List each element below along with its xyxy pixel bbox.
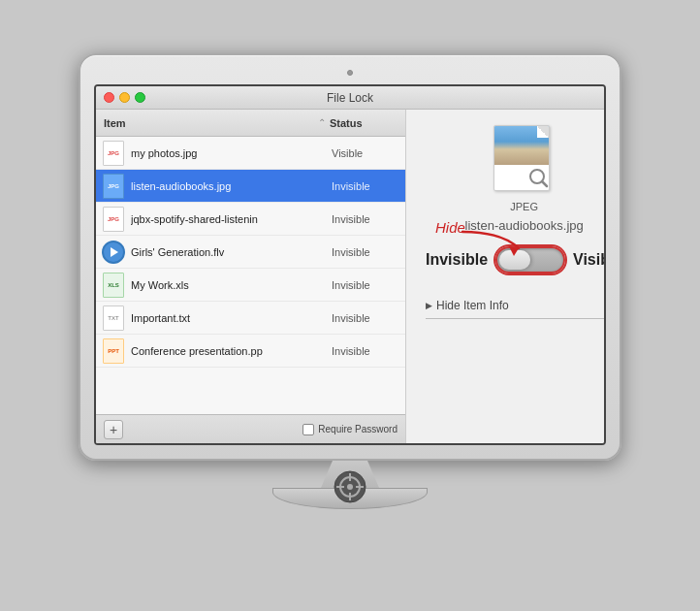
file-type-icon — [102, 239, 125, 266]
table-row[interactable]: JPG jqbx-spotify-shared-listenin Invisib… — [96, 203, 405, 236]
file-status: Invisible — [332, 279, 399, 291]
file-name: jqbx-spotify-shared-listenin — [131, 213, 332, 225]
brand-logo-icon — [333, 469, 367, 504]
file-list: JPG my photos.jpg Visible JPG — [96, 137, 405, 414]
txt-icon: TXT — [103, 306, 124, 331]
visible-label: Visible — [573, 251, 604, 269]
table-row[interactable]: JPG my photos.jpg Visible — [96, 137, 405, 170]
file-type-icon: JPG — [102, 206, 125, 233]
image-preview-area — [494, 126, 549, 165]
add-file-button[interactable]: + — [104, 420, 123, 439]
monitor-body: File Lock Item ⌃ Status — [79, 53, 621, 461]
xls-icon: XLS — [103, 273, 124, 298]
left-panel: Item ⌃ Status JPG my photos.jpg — [96, 110, 406, 443]
require-password-control[interactable]: Require Password — [302, 424, 398, 435]
title-bar: File Lock — [96, 86, 604, 110]
monitor-logo — [333, 469, 367, 504]
file-preview: JPEG — [493, 125, 556, 212]
file-type-icon: PPT — [102, 338, 125, 365]
svg-line-1 — [542, 181, 547, 186]
status-column-header: Status — [330, 117, 398, 129]
list-header: Item ⌃ Status — [96, 110, 405, 137]
monitor: File Lock Item ⌃ Status — [69, 53, 631, 558]
table-row[interactable]: JPG listen-audiobooks.jpg Invisible — [96, 170, 405, 203]
list-footer: + Require Password — [96, 414, 405, 443]
screen: File Lock Item ⌃ Status — [94, 84, 606, 445]
maximize-button[interactable] — [135, 92, 145, 103]
file-status: Invisible — [332, 180, 399, 192]
file-type-badge: JPEG — [510, 201, 538, 212]
file-status: Invisible — [332, 345, 399, 357]
file-name: Girls' Generation.flv — [131, 246, 332, 258]
window-title: File Lock — [327, 91, 373, 105]
file-type-icon: JPG — [102, 173, 125, 200]
close-button[interactable] — [104, 92, 114, 103]
file-name: my photos.jpg — [131, 147, 332, 159]
red-arrow — [453, 227, 530, 262]
hide-item-info-toggle[interactable]: ▶ Hide Item Info — [426, 299, 604, 312]
require-password-checkbox[interactable] — [302, 424, 314, 435]
file-status: Visible — [332, 147, 399, 159]
camera-icon — [347, 70, 353, 76]
magnifier-icon — [527, 167, 549, 188]
require-password-label: Require Password — [318, 424, 398, 434]
file-status: Invisible — [332, 213, 399, 225]
right-panel: JPEG listen-audiobooks.jpg Hide — [406, 110, 604, 443]
triangle-icon: ▶ — [426, 301, 432, 310]
sort-icon: ⌃ — [318, 117, 326, 128]
hide-item-section: ▶ Hide Item Info — [426, 299, 604, 319]
file-type-icon: TXT — [102, 305, 125, 332]
divider — [426, 318, 604, 319]
svg-point-5 — [347, 484, 353, 490]
monitor-top-bar — [94, 65, 606, 80]
file-name: Important.txt — [131, 312, 332, 324]
file-name: listen-audiobooks.jpg — [131, 180, 332, 192]
file-name: Conference presentation.pp — [131, 345, 332, 357]
item-column-header: Item — [104, 117, 318, 129]
ppt-icon: PPT — [103, 338, 124, 364]
file-status: Invisible — [332, 312, 399, 324]
minimize-button[interactable] — [119, 92, 130, 103]
file-type-icon: XLS — [102, 272, 125, 299]
hide-item-info-label: Hide Item Info — [436, 299, 509, 312]
traffic-lights — [104, 92, 145, 103]
table-row[interactable]: TXT Important.txt Invisible — [96, 302, 405, 335]
table-row[interactable]: Girls' Generation.flv Invisible — [96, 236, 405, 269]
file-name: My Work.xls — [131, 279, 332, 291]
jpeg-preview-icon — [493, 125, 556, 195]
app-content: Item ⌃ Status JPG my photos.jpg — [96, 110, 604, 443]
file-type-icon: JPG — [102, 140, 125, 167]
file-status: Invisible — [332, 246, 399, 258]
table-row[interactable]: XLS My Work.xls Invisible — [96, 269, 405, 302]
table-row[interactable]: PPT Conference presentation.pp Invisible — [96, 335, 405, 368]
